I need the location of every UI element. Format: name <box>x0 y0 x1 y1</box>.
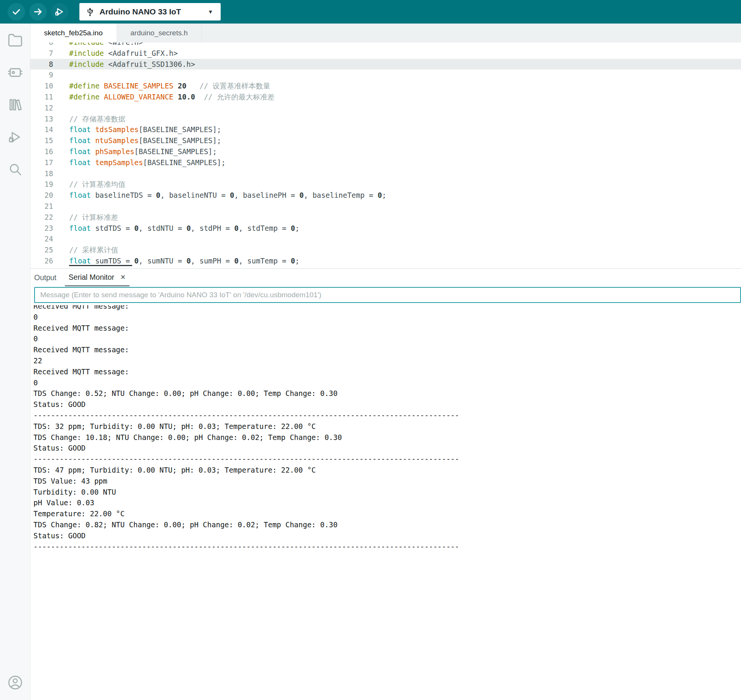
line-content: #include <Adafruit_GFX.h> <box>53 48 178 59</box>
code-line-20[interactable]: 20float baselineTDS = 0, baselineNTU = 0… <box>30 190 741 201</box>
serial-line: TDS: 47 ppm; Turbidity: 0.00 NTU; pH: 0.… <box>33 465 741 476</box>
line-number: 15 <box>30 135 53 146</box>
tab-output[interactable]: Output <box>30 269 60 286</box>
serial-line: Status: GOOD <box>33 399 741 410</box>
debug-icon <box>8 130 22 144</box>
line-number: 16 <box>30 146 53 157</box>
verify-button[interactable] <box>8 3 25 20</box>
line-number: 8 <box>30 59 53 70</box>
line-content: float tempSamples[BASELINE_SAMPLES]; <box>53 157 226 168</box>
books-icon <box>8 97 23 112</box>
line-number: 23 <box>30 223 53 234</box>
code-line-10[interactable]: 10#define BASELINE_SAMPLES 20 // 设置基准样本数… <box>30 80 741 91</box>
line-number: 25 <box>30 244 53 255</box>
line-content <box>53 102 69 114</box>
editor-tabstrip: sketch_feb25a.ino arduino_secrets.h <box>30 24 741 43</box>
line-number: 10 <box>30 80 53 91</box>
serial-output[interactable]: Received MQTT message:0Received MQTT mes… <box>33 305 741 552</box>
line-content <box>53 201 69 212</box>
code-line-22[interactable]: 22// 计算标准差 <box>30 212 741 223</box>
line-content: // 计算基准均值 <box>53 179 125 190</box>
line-number: 9 <box>30 69 53 80</box>
code-line-13[interactable]: 13// 存储基准数据 <box>30 114 741 125</box>
board-name: Arduino NANO 33 IoT <box>100 7 181 16</box>
line-content: // 计算标准差 <box>53 212 118 223</box>
usb-icon <box>85 6 95 17</box>
editor-hscrollbar[interactable] <box>69 265 132 266</box>
serial-line: Received MQTT message: <box>33 366 741 377</box>
code-editor[interactable]: 6#include <Wire.h>7#include <Adafruit_GF… <box>30 43 741 268</box>
line-content: #include <Wire.h> <box>53 43 143 48</box>
sidebar-item-search[interactable] <box>7 162 24 177</box>
upload-button[interactable] <box>29 3 47 20</box>
sidebar-item-sketchbook[interactable] <box>7 33 24 48</box>
line-content: float phSamples[BASELINE_SAMPLES]; <box>53 146 217 157</box>
code-line-6[interactable]: 6#include <Wire.h> <box>30 43 741 48</box>
code-line-21[interactable]: 21 <box>30 201 741 212</box>
serial-line: Received MQTT message: <box>33 323 741 334</box>
close-icon[interactable]: ✕ <box>120 274 126 281</box>
code-line-14[interactable]: 14float tdsSamples[BASELINE_SAMPLES]; <box>30 124 741 135</box>
code-line-15[interactable]: 15float ntuSamples[BASELINE_SAMPLES]; <box>30 135 741 146</box>
serial-line: 0 <box>33 377 741 388</box>
code-line-19[interactable]: 19// 计算基准均值 <box>30 179 741 190</box>
line-content <box>53 168 69 179</box>
serial-line: 0 <box>33 312 741 323</box>
code-line-8[interactable]: 8#include <Adafruit_SSD1306.h> <box>30 59 741 70</box>
code-line-17[interactable]: 17float tempSamples[BASELINE_SAMPLES]; <box>30 157 741 168</box>
line-number: 19 <box>30 179 53 190</box>
line-content: // 存储基准数据 <box>53 114 125 125</box>
line-content: #define ALLOWED_VARIANCE 10.0 // 允许的最大标准… <box>53 91 275 102</box>
code-line-11[interactable]: 11#define ALLOWED_VARIANCE 10.0 // 允许的最大… <box>30 91 741 102</box>
tab-serial-monitor[interactable]: Serial Monitor ✕ <box>65 269 130 286</box>
code-line-7[interactable]: 7#include <Adafruit_GFX.h> <box>30 48 741 59</box>
code-line-25[interactable]: 25// 采样累计值 <box>30 244 741 255</box>
account-button[interactable] <box>7 675 24 690</box>
line-content: float tdsSamples[BASELINE_SAMPLES]; <box>53 124 221 135</box>
code-line-23[interactable]: 23float stdTDS = 0, stdNTU = 0, stdPH = … <box>30 223 741 234</box>
code-line-16[interactable]: 16float phSamples[BASELINE_SAMPLES]; <box>30 146 741 157</box>
arrow-right-icon <box>33 7 43 17</box>
board-selector[interactable]: Arduino NANO 33 IoT ▼ <box>79 3 221 20</box>
content-column: sketch_feb25a.ino arduino_secrets.h 6#in… <box>30 24 741 700</box>
serial-line: ----------------------------------------… <box>33 454 741 465</box>
code-line-12[interactable]: 12 <box>30 102 741 114</box>
serial-line: TDS Change: 0.52; NTU Change: 0.00; pH C… <box>33 388 741 399</box>
serial-line: ----------------------------------------… <box>33 541 741 552</box>
serial-message-input[interactable] <box>34 287 741 303</box>
chevron-down-icon: ▼ <box>208 9 213 15</box>
line-number: 22 <box>30 212 53 223</box>
tab-label: arduino_secrets.h <box>130 29 188 37</box>
serial-line: Received MQTT message: <box>33 305 741 312</box>
tab-label: sketch_feb25a.ino <box>44 29 103 37</box>
code-line-9[interactable]: 9 <box>30 69 741 80</box>
sidebar-item-library-manager[interactable] <box>7 97 24 112</box>
serial-line: Temperature: 22.00 °C <box>33 508 741 519</box>
tab-sketch-ino[interactable]: sketch_feb25a.ino <box>30 24 117 43</box>
board-chip-icon <box>8 65 23 80</box>
debug-button[interactable] <box>51 3 68 20</box>
line-number: 20 <box>30 190 53 201</box>
search-icon <box>8 162 22 177</box>
line-number: 13 <box>30 114 53 125</box>
panel-tab-label: Output <box>34 273 57 282</box>
code-line-24[interactable]: 24 <box>30 233 741 244</box>
code-line-26[interactable]: 26float sumTDS = 0, sumNTU = 0, sumPH = … <box>30 255 741 266</box>
line-content: float baselineTDS = 0, baselineNTU = 0, … <box>53 190 386 201</box>
line-content <box>53 69 69 80</box>
code-line-18[interactable]: 18 <box>30 168 741 179</box>
line-content: float ntuSamples[BASELINE_SAMPLES]; <box>53 135 221 146</box>
line-content: // 采样累计值 <box>53 244 118 255</box>
serial-line: TDS: 32 ppm; Turbidity: 0.00 NTU; pH: 0.… <box>33 421 741 432</box>
line-content: float stdTDS = 0, stdNTU = 0, stdPH = 0,… <box>53 223 299 234</box>
sidebar-item-debug[interactable] <box>7 129 24 145</box>
bottom-panel: Output Serial Monitor ✕ Received MQTT me… <box>30 268 741 700</box>
line-number: 26 <box>30 255 53 266</box>
line-number: 7 <box>30 48 53 59</box>
line-number: 12 <box>30 102 53 114</box>
code-lines: 6#include <Wire.h>7#include <Adafruit_GF… <box>30 43 741 266</box>
line-number: 11 <box>30 91 53 102</box>
tab-arduino-secrets[interactable]: arduino_secrets.h <box>117 24 202 43</box>
panel-tab-label: Serial Monitor <box>69 273 114 282</box>
sidebar-item-boards-manager[interactable] <box>7 65 24 80</box>
